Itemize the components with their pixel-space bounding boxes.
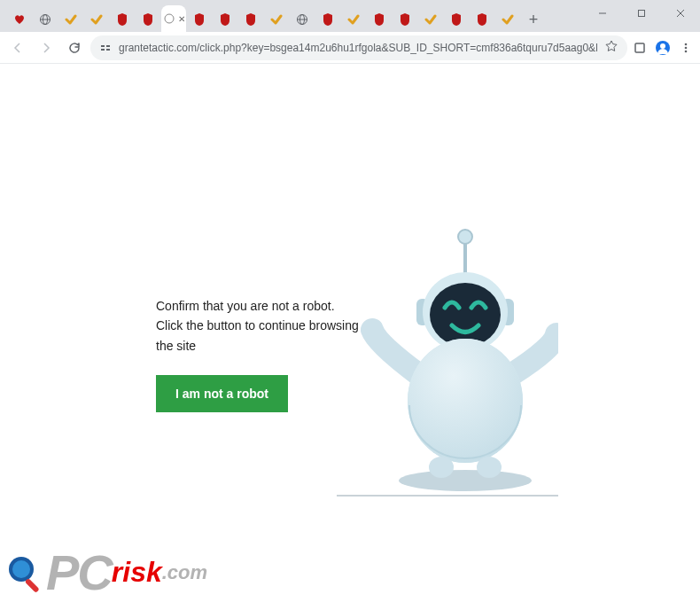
tab-favicon [346,12,361,27]
tab-favicon [38,12,52,27]
tab-favicon [218,12,232,27]
svg-point-19 [685,46,688,49]
browser-tab[interactable] [470,7,494,32]
bookmark-icon[interactable] [604,39,618,56]
tab-favicon [12,12,27,27]
browser-tab[interactable] [495,7,520,32]
svg-rect-15 [635,43,644,52]
tab-favicon [449,12,463,27]
svg-point-32 [477,457,502,478]
tab-favicon [501,12,515,27]
svg-rect-1 [639,11,645,17]
tab-favicon [372,12,386,27]
browser-tab[interactable] [213,7,237,32]
svg-point-18 [685,43,688,45]
back-button[interactable] [5,35,30,60]
svg-point-34 [12,560,30,578]
site-info-icon[interactable] [99,42,112,54]
forward-button[interactable] [34,35,58,60]
address-bar[interactable]: grantetactic.com/click.php?key=bsgea14m2… [90,35,627,60]
browser-tab[interactable] [7,7,32,32]
browser-tab[interactable]: ✕ [161,5,186,32]
svg-rect-11 [101,45,105,47]
browser-tab[interactable] [84,7,109,32]
tab-favicon [398,12,412,27]
svg-point-21 [399,470,532,491]
tab-favicon [64,12,78,27]
watermark-pc: PC [46,544,112,601]
tab-favicon [321,12,335,27]
tab-favicon [295,12,309,27]
tab-favicon [89,12,104,27]
minimize-button[interactable] [583,0,622,27]
svg-rect-14 [106,49,110,51]
maximize-button[interactable] [622,0,661,27]
tab-favicon [475,12,489,27]
reload-button[interactable] [62,35,87,60]
tab-favicon [115,12,129,27]
watermark-risk: risk [112,556,162,589]
browser-tab[interactable] [238,7,263,32]
menu-icon[interactable] [677,39,695,57]
svg-rect-12 [101,49,105,51]
svg-point-24 [458,230,472,244]
browser-tab[interactable] [290,7,315,32]
browser-tab[interactable] [110,7,135,32]
svg-point-7 [165,14,174,23]
svg-point-30 [408,339,523,463]
svg-point-28 [430,283,501,347]
tab-favicon [424,12,438,27]
browser-tab[interactable] [444,7,469,32]
browser-tab[interactable] [367,7,392,32]
svg-rect-13 [106,45,110,47]
svg-point-20 [685,50,688,52]
browser-tab[interactable] [315,7,340,32]
page-favicon [162,12,176,26]
browser-chrome: ✕+ grantetactic.com/click.php?key=bsgea1… [0,0,700,64]
extensions-icon[interactable] [631,39,649,57]
tab-favicon [269,12,284,27]
window-controls [583,0,700,27]
browser-tab[interactable] [264,7,289,32]
browser-tab[interactable] [393,7,417,32]
svg-rect-35 [25,578,40,593]
browser-tab[interactable] [136,7,160,32]
toolbar: grantetactic.com/click.php?key=bsgea14m2… [0,32,700,64]
tab-favicon [141,12,155,27]
watermark: PC risk .com [0,544,207,601]
svg-point-17 [660,43,665,49]
url-text: grantetactic.com/click.php?key=bsgea14m2… [119,42,597,54]
browser-tab[interactable] [341,7,366,32]
page-content: Confirm that you are not a robot. Click … [0,64,700,610]
browser-tab[interactable] [418,7,443,32]
not-a-robot-button[interactable]: I am not a robot [156,375,288,412]
browser-tab[interactable] [33,7,58,32]
svg-point-31 [429,457,454,478]
close-tab-icon[interactable]: ✕ [178,14,185,24]
browser-tab[interactable] [187,7,212,32]
close-window-button[interactable] [661,0,700,27]
tab-favicon [244,12,258,27]
tab-favicon [192,12,206,27]
browser-tab[interactable] [58,7,83,32]
watermark-com: .com [162,561,207,584]
new-tab-button[interactable]: + [521,7,546,32]
robot-illustration [328,201,558,503]
profile-icon[interactable] [654,39,672,57]
magnifier-icon [4,551,46,594]
